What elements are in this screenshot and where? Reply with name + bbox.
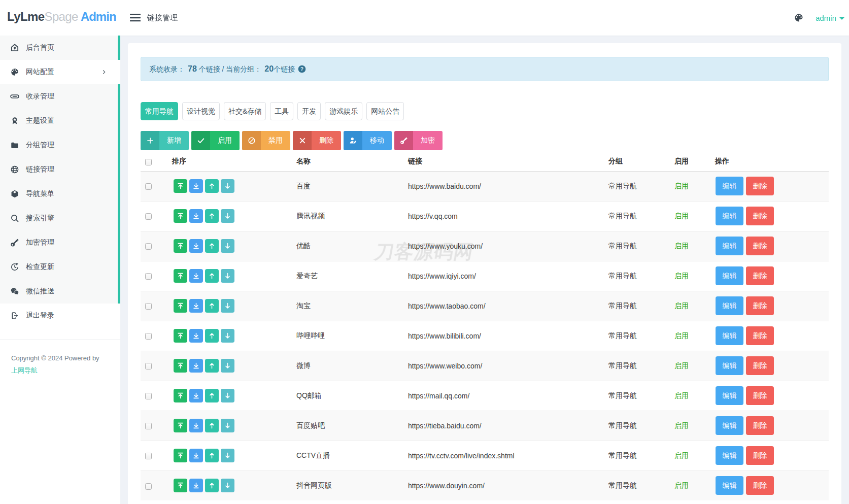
group-tab-4[interactable]: 工具 (270, 102, 293, 120)
sidebar-item-search-engine[interactable]: 搜索引擎 (0, 206, 120, 230)
sidebar-item-theme[interactable]: 主题设置 (0, 109, 120, 133)
delete-button[interactable]: 删除 (746, 446, 774, 465)
move-down-button[interactable] (221, 329, 234, 343)
to-bottom-button[interactable] (189, 269, 203, 283)
sidebar-item-home[interactable]: 后台首页 (0, 36, 120, 60)
move-up-button[interactable] (205, 389, 219, 402)
sidebar-item-collection[interactable]: 收录管理 (0, 84, 120, 109)
edit-button[interactable]: 编辑 (716, 446, 743, 465)
sidebar-item-wechat-push[interactable]: 微信推送 (0, 279, 120, 304)
to-top-button[interactable] (174, 209, 187, 223)
edit-button[interactable]: 编辑 (716, 356, 743, 375)
edit-button[interactable]: 编辑 (716, 386, 743, 405)
edit-button[interactable]: 编辑 (716, 266, 743, 285)
to-bottom-button[interactable] (189, 419, 203, 432)
row-checkbox[interactable] (145, 333, 152, 340)
delete-button[interactable]: 删除 (746, 266, 774, 285)
move-down-button[interactable] (221, 239, 234, 253)
row-checkbox[interactable] (145, 453, 152, 459)
to-bottom-button[interactable] (189, 449, 203, 462)
sidebar-item-check-update[interactable]: 检查更新 (0, 255, 120, 279)
delete-button[interactable]: 删除 (746, 177, 774, 195)
to-bottom-button[interactable] (189, 359, 203, 373)
move-down-button[interactable] (221, 419, 234, 432)
row-checkbox[interactable] (145, 303, 152, 310)
to-top-button[interactable] (174, 329, 187, 343)
hamburger-icon[interactable] (130, 14, 141, 22)
user-dropdown[interactable]: admin (816, 14, 844, 22)
row-checkbox[interactable] (145, 183, 152, 190)
to-top-button[interactable] (174, 269, 187, 283)
to-bottom-button[interactable] (189, 209, 203, 223)
move-up-button[interactable] (205, 449, 219, 462)
delete-button[interactable]: 删除 (746, 386, 774, 405)
row-checkbox[interactable] (145, 483, 152, 490)
toolbar-button-encrypt[interactable]: 加密 (394, 131, 443, 150)
move-down-button[interactable] (221, 179, 234, 193)
to-bottom-button[interactable] (189, 479, 203, 492)
move-up-button[interactable] (205, 329, 219, 343)
to-bottom-button[interactable] (189, 389, 203, 402)
edit-button[interactable]: 编辑 (716, 237, 743, 255)
edit-button[interactable]: 编辑 (716, 416, 743, 435)
powered-by-link[interactable]: 上网导航 (11, 364, 38, 377)
delete-button[interactable]: 删除 (746, 207, 774, 225)
move-down-button[interactable] (221, 359, 234, 373)
move-up-button[interactable] (205, 179, 219, 193)
question-icon[interactable] (298, 65, 306, 73)
select-all-checkbox[interactable] (145, 159, 152, 165)
to-bottom-button[interactable] (189, 299, 203, 313)
edit-button[interactable]: 编辑 (716, 207, 743, 225)
move-up-button[interactable] (205, 419, 219, 432)
move-up-button[interactable] (205, 239, 219, 253)
to-top-button[interactable] (174, 239, 187, 253)
move-up-button[interactable] (205, 209, 219, 223)
delete-button[interactable]: 删除 (746, 296, 774, 315)
delete-button[interactable]: 删除 (746, 476, 774, 495)
row-checkbox[interactable] (145, 243, 152, 250)
move-down-button[interactable] (221, 269, 234, 283)
move-up-button[interactable] (205, 359, 219, 373)
to-top-button[interactable] (174, 389, 187, 402)
group-tab-5[interactable]: 开发 (297, 102, 321, 120)
move-up-button[interactable] (205, 299, 219, 313)
row-checkbox[interactable] (145, 363, 152, 369)
move-down-button[interactable] (221, 479, 234, 492)
toolbar-button-enable[interactable]: 启用 (191, 131, 240, 150)
move-down-button[interactable] (221, 299, 234, 313)
to-bottom-button[interactable] (189, 179, 203, 193)
toolbar-button-delete[interactable]: 删除 (293, 131, 341, 150)
move-up-button[interactable] (205, 479, 219, 492)
group-tab-2[interactable]: 设计视觉 (182, 102, 220, 120)
delete-button[interactable]: 删除 (746, 237, 774, 255)
toolbar-button-add[interactable]: 新增 (141, 131, 189, 150)
toolbar-button-disable[interactable]: 禁用 (242, 131, 290, 150)
sidebar-item-encryption[interactable]: 加密管理 (0, 230, 120, 255)
to-top-button[interactable] (174, 479, 187, 492)
delete-button[interactable]: 删除 (746, 326, 774, 345)
to-top-button[interactable] (174, 179, 187, 193)
group-tab-3[interactable]: 社交&存储 (224, 102, 266, 120)
edit-button[interactable]: 编辑 (716, 476, 743, 495)
group-tab-6[interactable]: 游戏娱乐 (325, 102, 362, 120)
to-bottom-button[interactable] (189, 239, 203, 253)
sidebar-item-logout[interactable]: 退出登录 (0, 304, 120, 328)
to-bottom-button[interactable] (189, 329, 203, 343)
move-down-button[interactable] (221, 209, 234, 223)
edit-button[interactable]: 编辑 (716, 296, 743, 315)
sidebar-item-groups[interactable]: 分组管理 (0, 133, 120, 157)
sidebar-item-nav-menu[interactable]: 导航菜单 (0, 182, 120, 206)
group-tab-7[interactable]: 网站公告 (366, 102, 404, 120)
row-checkbox[interactable] (145, 393, 152, 399)
sidebar-item-links[interactable]: 链接管理 (0, 157, 120, 182)
group-tab-1[interactable]: 常用导航 (141, 102, 178, 120)
move-down-button[interactable] (221, 449, 234, 462)
to-top-button[interactable] (174, 299, 187, 313)
delete-button[interactable]: 删除 (746, 356, 774, 375)
to-top-button[interactable] (174, 359, 187, 373)
sidebar-item-site-config[interactable]: 网站配置 (0, 60, 120, 84)
move-up-button[interactable] (205, 269, 219, 283)
edit-button[interactable]: 编辑 (716, 177, 743, 195)
row-checkbox[interactable] (145, 273, 152, 280)
move-down-button[interactable] (221, 389, 234, 402)
